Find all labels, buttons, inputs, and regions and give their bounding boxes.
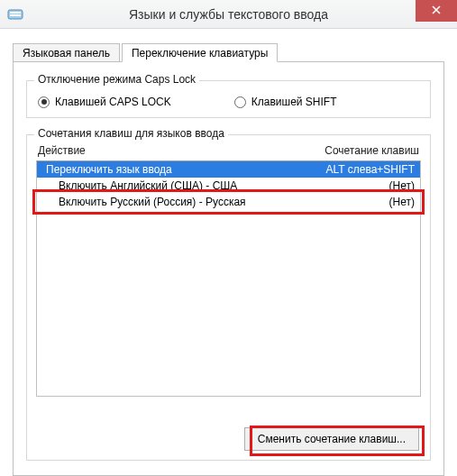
tabstrip: Языковая панель Переключение клавиатуры	[13, 41, 444, 62]
tabpage: Отключение режима Caps Lock Клавишей CAP…	[13, 61, 444, 476]
tab-keyboard-switching[interactable]: Переключение клавиатуры	[122, 43, 278, 62]
cell-key: (Нет)	[297, 179, 415, 192]
capslock-group: Отключение режима Caps Lock Клавишей CAP…	[26, 80, 431, 118]
list-row[interactable]: Включить Английский (США) - США (Нет)	[37, 178, 420, 194]
svg-rect-2	[10, 14, 21, 16]
radio-dot-icon	[38, 96, 50, 108]
hotkeys-group: Сочетания клавиш для языков ввода Действ…	[26, 134, 431, 461]
cell-key: ALT слева+SHIFT	[297, 163, 415, 176]
radio-label: Клавишей SHIFT	[251, 96, 337, 108]
cell-key: (Нет)	[297, 196, 415, 208]
app-icon	[7, 6, 23, 23]
cell-action: Включить Русский (Россия) - Русская	[46, 196, 297, 208]
radio-dot-icon	[234, 96, 246, 108]
hotkeys-listbox[interactable]: Переключить язык ввода ALT слева+SHIFT В…	[36, 160, 421, 397]
svg-rect-1	[10, 12, 21, 14]
list-row[interactable]: Включить Русский (Россия) - Русская (Нет…	[37, 194, 420, 210]
column-header-action: Действие	[38, 144, 293, 157]
dialog-content: Языковая панель Переключение клавиатуры …	[0, 29, 457, 476]
list-row[interactable]: Переключить язык ввода ALT слева+SHIFT	[37, 161, 420, 178]
radio-capslock[interactable]: Клавишей CAPS LOCK	[38, 96, 171, 108]
close-button[interactable]	[416, 0, 457, 22]
radio-label: Клавишей CAPS LOCK	[55, 96, 171, 108]
titlebar: Языки и службы текстового ввода	[0, 0, 457, 29]
radio-shift[interactable]: Клавишей SHIFT	[234, 96, 337, 108]
tab-label: Языковая панель	[23, 47, 110, 60]
window-title: Языки и службы текстового ввода	[0, 7, 457, 22]
column-header-key: Сочетание клавиш	[293, 144, 419, 157]
close-icon	[432, 5, 441, 17]
group-legend: Отключение режима Caps Lock	[34, 73, 199, 86]
radio-row: Клавишей CAPS LOCK Клавишей SHIFT	[38, 96, 419, 108]
tab-language-bar[interactable]: Языковая панель	[13, 43, 120, 62]
tab-label: Переключение клавиатуры	[132, 47, 268, 60]
cell-action: Переключить язык ввода	[46, 163, 297, 176]
list-header: Действие Сочетание клавиш	[36, 144, 421, 160]
change-hotkey-button[interactable]: Сменить сочетание клавиш...	[244, 427, 419, 451]
group-legend: Сочетания клавиш для языков ввода	[34, 127, 228, 140]
cell-action: Включить Английский (США) - США	[46, 179, 297, 192]
